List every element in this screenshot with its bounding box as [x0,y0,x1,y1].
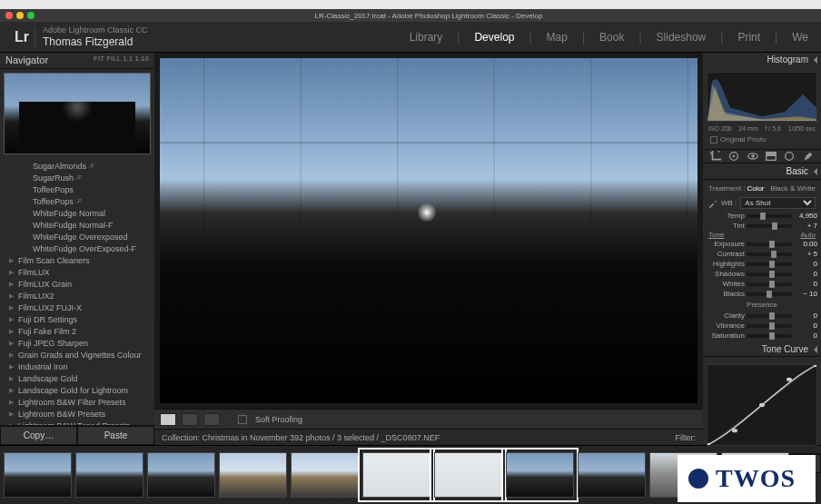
filmstrip-thumb[interactable] [4,452,72,498]
svg-point-11 [786,378,792,381]
slider-clarity[interactable]: Clarity0 [707,311,817,321]
module-develop[interactable]: Develop [470,29,518,45]
app-header: Lr Adobe Lightroom Classic CC Thomas Fit… [0,22,821,53]
original-photo-checkbox[interactable] [710,136,717,143]
preset-item[interactable]: SugarRush-F [7,172,154,183]
window-title: LR-Classic_2017.lrcat - Adobe Photoshop … [42,12,816,20]
paste-button[interactable]: Paste [77,426,154,445]
preset-folder[interactable]: ▶FilmLUX Grain [7,278,154,290]
histo-iso: ISO 200 [708,125,732,132]
before-after-tb-button[interactable] [203,413,220,426]
develop-toolbar: Soft Proofing [154,409,703,429]
identity-plate: Adobe Lightroom Classic CC Thomas Fitzge… [43,25,148,48]
collection-info[interactable]: Collection: Christmas in November 392 ph… [162,433,440,442]
treatment-color[interactable]: Color [747,184,764,193]
module-slideshow[interactable]: Slideshow [653,29,710,45]
filmstrip-thumb[interactable] [147,452,215,498]
preset-folder[interactable]: ▶Industrial Iron [7,361,154,372]
right-panel: Histogram ISO 200 24 mm f / 5.6 1/250 se… [703,53,821,445]
adjustment-brush-icon[interactable] [802,150,815,163]
preset-item[interactable]: WhiteFudge Normal [7,207,154,219]
crop-tool-icon[interactable] [709,150,722,163]
module-map[interactable]: Map [543,29,571,45]
navigator-thumbnail[interactable] [4,73,151,154]
before-after-lr-button[interactable] [182,413,198,426]
basic-panel-header[interactable]: Basic [703,163,821,180]
chevron-left-icon [814,346,817,353]
presence-label: Presence [707,299,817,311]
preset-folder[interactable]: ▶Grain Grads and Vignettes Colour [7,349,154,361]
filmstrip-thumb[interactable] [362,452,430,498]
main-photo-canvas[interactable] [160,58,697,403]
tone-label: Tone [708,231,724,239]
soft-proofing-label: Soft Proofing [255,415,302,424]
preset-folder[interactable]: ▶FilmLUX2 [7,290,154,301]
soft-proofing-checkbox[interactable] [238,415,247,424]
tone-curve-header[interactable]: Tone Curve [703,342,821,357]
preset-folder[interactable]: ▶Lightroom B&W Presets [7,408,154,420]
preset-folder[interactable]: ▶Fuji JPEG Sharpen [7,337,154,349]
center-area: Soft Proofing Collection: Christmas in N… [154,53,703,445]
slider-whites[interactable]: Whites0 [707,279,817,289]
loupe-view-button[interactable] [160,413,176,426]
slider-temp[interactable]: Temp4,950 [707,211,817,221]
close-window-button[interactable] [5,12,13,19]
svg-point-6 [786,153,794,161]
filmstrip-thumb[interactable] [291,452,359,498]
filmstrip-thumb[interactable] [219,452,287,498]
wb-dropdown[interactable]: As Shot [740,197,816,209]
preset-folder[interactable]: ▶Film Scan Cleaners [7,254,154,266]
tone-curve-graph[interactable] [707,364,817,446]
preset-item[interactable]: SugarAlmonds-F [7,160,154,172]
preset-item[interactable]: WhiteFudge Overexposed [7,231,154,242]
spot-removal-icon[interactable] [727,150,740,163]
filmstrip-thumb[interactable] [434,452,502,498]
radial-filter-icon[interactable] [783,150,796,163]
navigator-zoom-modes[interactable]: FIT FILL 1:1 1:16 [94,54,149,66]
slider-shadows[interactable]: Shadows0 [707,269,817,279]
slider-highlights[interactable]: Highlights0 [707,259,817,269]
module-we[interactable]: We [788,29,812,45]
slider-vibrance[interactable]: Vibrance0 [707,321,817,331]
preset-folder[interactable]: ▶Lightroom B&W Filter Presets [7,396,154,408]
histogram-graph[interactable] [707,72,817,122]
treatment-bw[interactable]: Black & White [770,184,816,193]
preset-folder[interactable]: ▶Fuji DR Settings [7,313,154,325]
slider-exposure[interactable]: Exposure0.00 [707,239,817,249]
slider-contrast[interactable]: Contrast+ 5 [707,249,817,259]
graduated-filter-icon[interactable] [765,150,777,163]
preset-item[interactable]: ToffeePops-F [7,195,154,207]
slider-blacks[interactable]: Blacks− 10 [707,289,817,299]
slider-tint[interactable]: Tint+ 7 [707,221,817,231]
preset-item[interactable]: WhiteFudge Normal-F [7,219,154,231]
slider-saturation[interactable]: Saturation0 [707,331,817,341]
watermark-text: TWOS [716,464,796,493]
preset-folder[interactable]: ▶FilmLUX2 FUJI-X [7,301,154,313]
filmstrip-thumb[interactable] [75,452,143,498]
preset-list[interactable]: SugarAlmonds-FSugarRush-FToffeePopsToffe… [0,158,154,425]
zoom-window-button[interactable] [27,12,35,19]
redeye-tool-icon[interactable] [747,150,759,163]
histo-aperture: f / 5.6 [765,125,781,132]
auto-tone-button[interactable]: Auto [801,231,816,239]
svg-point-3 [751,154,755,158]
preset-item[interactable]: WhiteFudge OverExposed-F [7,242,154,254]
module-print[interactable]: Print [734,29,764,45]
preset-folder[interactable]: ▶FilmLUX [7,266,154,278]
module-book[interactable]: Book [596,29,628,45]
filmstrip-thumb[interactable] [578,452,646,498]
copy-button[interactable]: Copy… [0,426,77,445]
user-name: Thomas Fitzgerald [43,35,148,48]
preset-item[interactable]: ToffeePops [7,183,154,195]
preset-folder[interactable]: ▶Fuji Fake Film 2 [7,325,154,337]
filmstrip-thumb[interactable] [506,452,574,498]
original-photo-label: Original Photo [720,135,767,143]
minimize-window-button[interactable] [16,12,24,19]
preset-folder[interactable]: ▶Landscape Gold [7,372,154,384]
module-library[interactable]: Library [406,29,447,45]
navigator-header[interactable]: Navigator FIT FILL 1:1 1:16 [0,53,154,69]
preset-folder[interactable]: ▶Landscape Gold for Lightroom [7,384,154,396]
mac-menubar [0,0,821,9]
wb-eyedropper-icon[interactable] [708,199,717,208]
histogram-header[interactable]: Histogram [703,53,821,66]
